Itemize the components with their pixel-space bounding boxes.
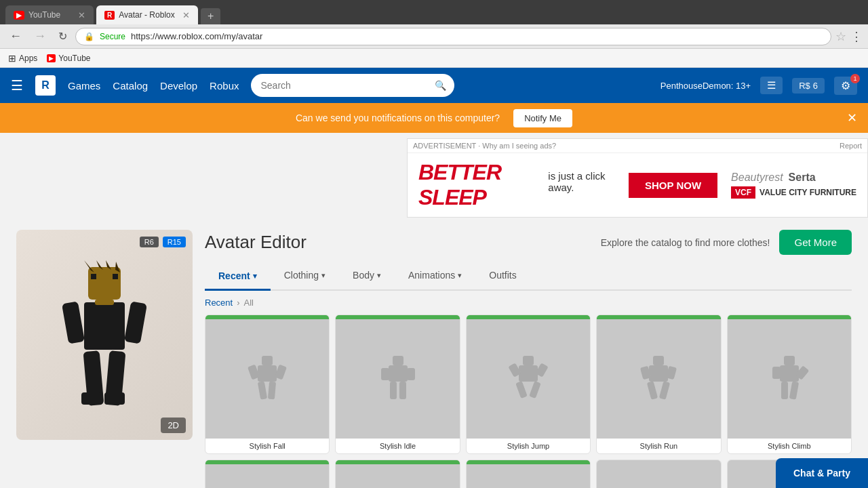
svg-rect-37 (647, 381, 658, 400)
bookmark-star[interactable]: ☆ (835, 29, 846, 44)
breadcrumb: Recent › All (205, 298, 852, 308)
notify-me-button[interactable]: Notify Me (513, 109, 572, 127)
refresh-button[interactable]: ↻ (54, 30, 71, 43)
search-input[interactable] (251, 74, 454, 97)
nav-games[interactable]: Games (68, 80, 100, 92)
breadcrumb-parent[interactable]: Recent (205, 298, 233, 308)
tab-outfits[interactable]: Outfits (475, 263, 530, 289)
secure-label: Secure (100, 32, 125, 41)
item-card[interactable]: Stylish Climb (727, 314, 852, 454)
breadcrumb-separator: › (237, 298, 239, 308)
svg-rect-41 (772, 367, 781, 379)
item-name: Stylish Idle (336, 439, 459, 453)
ad-big-text: BETTER SLEEP (418, 160, 540, 210)
ad-text: BETTER SLEEP is just a click away. (418, 160, 615, 210)
forward-button[interactable]: → (30, 29, 50, 43)
ad-label: ADVERTISEMENT · Why am I seeing ads? Rep… (408, 139, 867, 153)
svg-rect-20 (268, 382, 276, 400)
tab-recent[interactable]: Recent ▾ (205, 263, 271, 291)
editor-header: Avatar Editor Explore the catalog to fin… (205, 230, 852, 255)
youtube-bookmark-icon: ▶ (47, 54, 56, 62)
nav-robux[interactable]: Robux (210, 80, 239, 92)
svg-rect-16 (258, 365, 277, 382)
robux-count: 6 (813, 81, 818, 91)
close-notification[interactable]: ✕ (847, 110, 857, 125)
new-tab-button[interactable]: + (201, 8, 220, 24)
tab-youtube[interactable]: ▶ YouTube ✕ (5, 5, 94, 24)
item-card[interactable]: Stylish Fall (205, 314, 330, 454)
settings-btn[interactable]: ⚙ 1 (834, 77, 857, 95)
r6-badge[interactable]: R6 (140, 237, 159, 247)
svg-rect-31 (515, 381, 528, 399)
nav-develop[interactable]: Develop (160, 80, 197, 92)
beautyrest-brand: Beautyrest (731, 171, 783, 184)
search-wrapper[interactable]: 🔍 (251, 74, 454, 97)
svg-rect-6 (113, 274, 118, 279)
item-thumbnail (728, 315, 851, 439)
svg-rect-26 (399, 382, 406, 399)
tab-clothing[interactable]: Clothing ▾ (271, 263, 339, 289)
avatar-svg (50, 260, 159, 423)
notification-badge: 1 (850, 74, 860, 83)
roblox-header: ☰ R Games Catalog Develop Robux 🔍 Pentho… (0, 68, 868, 103)
serta-brand: Serta (789, 171, 816, 184)
svg-rect-21 (393, 356, 403, 365)
svg-rect-19 (258, 382, 267, 400)
back-button[interactable]: ← (5, 29, 26, 43)
roblox-logo[interactable]: R (35, 75, 56, 96)
roblox-tab-label: Avatar - Roblox (119, 10, 174, 20)
ad-shop-button[interactable]: SHOP NOW (629, 173, 717, 198)
item-card[interactable]: Stylish Jump (466, 314, 591, 454)
item-card[interactable] (596, 460, 721, 488)
avatar-badges: R6 R15 (140, 237, 186, 247)
ad-tagline: is just a click away. (548, 170, 615, 193)
tab-animations[interactable]: Animations ▾ (395, 263, 475, 289)
get-more-button[interactable]: Get More (779, 230, 852, 255)
item-thumbnail (597, 460, 720, 488)
menu-button[interactable]: ⋮ (850, 29, 863, 44)
item-name: Stylish Run (597, 439, 720, 453)
notification-message: Can we send you notifications on this co… (296, 113, 500, 123)
item-thumbnail (336, 460, 459, 488)
tab-roblox[interactable]: R Avatar - Roblox ✕ (96, 5, 198, 24)
item-card[interactable] (205, 460, 330, 488)
roblox-favicon: R (104, 11, 115, 20)
youtube-bookmark[interactable]: ▶ YouTube (47, 54, 90, 63)
svg-rect-12 (81, 392, 102, 405)
svg-rect-13 (104, 392, 125, 405)
r15-badge[interactable]: R15 (163, 237, 186, 247)
item-name: Stylish Climb (728, 439, 851, 453)
2d-view-button[interactable]: 2D (161, 418, 186, 433)
url-display: https://www.roblox.com/my/avatar (131, 31, 262, 41)
ad-content: BETTER SLEEP is just a click away. SHOP … (408, 153, 867, 217)
chat-icon-btn[interactable]: ☰ (760, 77, 783, 94)
svg-rect-44 (789, 382, 799, 400)
svg-rect-38 (659, 381, 670, 400)
robux-btn[interactable]: R$ 6 (792, 78, 825, 94)
svg-rect-0 (88, 267, 121, 300)
gear-icon: ⚙ (841, 80, 850, 92)
item-thumbnail (205, 315, 329, 439)
item-card[interactable]: Stylish Run (596, 314, 721, 454)
svg-rect-39 (784, 356, 795, 365)
secure-icon: 🔒 (84, 32, 94, 41)
roblox-tab-close[interactable]: ✕ (182, 10, 190, 20)
apps-bookmark[interactable]: ⊞ Apps (8, 53, 37, 64)
tab-body[interactable]: Body ▾ (339, 263, 395, 289)
username-display: PenthouseDemon: 13+ (660, 81, 751, 91)
item-card[interactable] (335, 460, 460, 488)
hamburger-menu[interactable]: ☰ (11, 79, 23, 92)
nav-catalog[interactable]: Catalog (113, 80, 148, 92)
youtube-tab-close[interactable]: ✕ (78, 10, 85, 20)
ad-report[interactable]: Report (840, 142, 862, 150)
avatar-editor-title: Avatar Editor (205, 232, 307, 253)
item-card[interactable] (466, 460, 591, 488)
body-arrow: ▾ (377, 271, 381, 280)
item-thumbnail (467, 315, 590, 439)
svg-rect-7 (84, 302, 125, 350)
svg-rect-14 (95, 300, 114, 305)
item-card[interactable]: Stylish Idle (335, 314, 460, 454)
chat-party-button[interactable]: Chat & Party (776, 458, 868, 488)
address-bar[interactable]: 🔒 Secure https://www.roblox.com/my/avata… (75, 28, 831, 45)
breadcrumb-current: All (244, 298, 254, 308)
